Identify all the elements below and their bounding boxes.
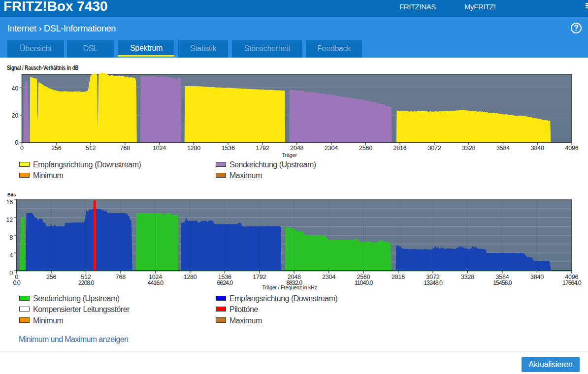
svg-text:2560: 2560: [359, 145, 372, 152]
svg-text:512: 512: [86, 145, 96, 152]
svg-text:256: 256: [46, 274, 57, 280]
svg-text:20: 20: [11, 112, 18, 119]
svg-text:3328: 3328: [461, 274, 474, 280]
svg-text:0: 0: [9, 270, 13, 277]
svg-text:3584: 3584: [496, 145, 510, 152]
svg-text:16: 16: [6, 199, 13, 206]
svg-text:768: 768: [120, 145, 131, 152]
svg-text:2304: 2304: [325, 145, 338, 152]
svg-text:768: 768: [116, 274, 126, 280]
svg-text:4: 4: [9, 252, 13, 259]
svg-text:3840: 3840: [531, 145, 544, 152]
svg-text:1280: 1280: [183, 274, 196, 280]
svg-text:1280: 1280: [187, 145, 200, 152]
svg-text:3328: 3328: [462, 145, 475, 152]
svg-text:3072: 3072: [427, 145, 441, 152]
svg-text:Träger / Frequenz in kHz: Träger / Frequenz in kHz: [262, 284, 317, 290]
svg-text:1024: 1024: [153, 145, 166, 152]
svg-text:256: 256: [51, 145, 62, 152]
svg-text:1792: 1792: [256, 145, 269, 152]
svg-text:2208.0: 2208.0: [78, 280, 95, 286]
svg-text:0.0: 0.0: [13, 280, 21, 286]
svg-text:17664.0: 17664.0: [562, 280, 582, 286]
svg-text:0: 0: [15, 139, 18, 146]
svg-text:2816: 2816: [393, 145, 407, 152]
svg-text:11040.0: 11040.0: [355, 280, 373, 286]
svg-text:1792: 1792: [253, 274, 266, 280]
svg-text:0: 0: [20, 145, 24, 152]
svg-text:1536: 1536: [222, 145, 235, 152]
svg-text:12: 12: [6, 217, 13, 223]
svg-text:2048: 2048: [290, 145, 303, 152]
svg-text:8: 8: [9, 234, 13, 241]
svg-text:13248.0: 13248.0: [424, 280, 443, 286]
svg-text:15456.0: 15456.0: [493, 280, 512, 286]
svg-text:4096: 4096: [565, 145, 579, 152]
svg-text:Träger: Träger: [282, 152, 297, 158]
svg-text:2304: 2304: [322, 274, 335, 280]
svg-text:40: 40: [11, 85, 18, 92]
svg-text:3840: 3840: [530, 274, 544, 280]
svg-text:2816: 2816: [392, 274, 405, 280]
svg-text:4416.0: 4416.0: [148, 280, 164, 286]
svg-text:6624.0: 6624.0: [217, 280, 233, 286]
